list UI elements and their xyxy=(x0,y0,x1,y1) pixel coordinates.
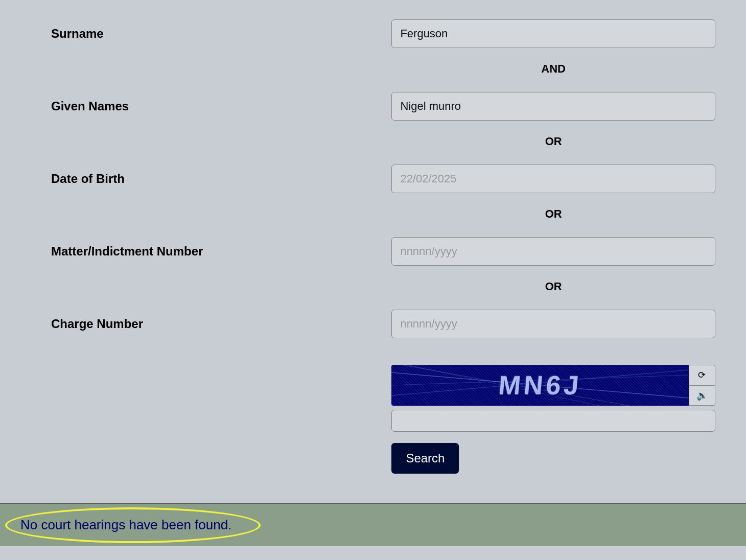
or-operator-3: OR xyxy=(391,275,715,300)
search-button[interactable]: Search xyxy=(391,443,459,474)
matter-number-row: Matter/Indictment Number xyxy=(41,228,715,275)
given-names-field-col xyxy=(391,92,715,121)
or-operator-1: OR xyxy=(391,130,715,155)
matter-number-label: Matter/Indictment Number xyxy=(41,237,391,259)
captcha-row: MN6J ⟳ 🔉 Search xyxy=(41,347,715,483)
captcha-col: MN6J ⟳ 🔉 Search xyxy=(391,357,715,474)
no-results-message: No court hearings have been found. xyxy=(15,515,237,535)
or-operator-2-row: OR xyxy=(41,202,715,228)
results-section: No court hearings have been found. xyxy=(0,504,746,546)
audio-icon: 🔉 xyxy=(696,390,708,401)
charge-number-input[interactable] xyxy=(391,310,715,338)
captcha-input[interactable] xyxy=(391,410,715,432)
captcha-audio-button[interactable]: 🔉 xyxy=(689,385,715,406)
captcha-display-text: MN6J xyxy=(497,370,583,401)
surname-input[interactable] xyxy=(391,19,715,48)
surname-field-col xyxy=(391,19,715,48)
surname-row: Surname xyxy=(41,10,715,57)
matter-number-field-col xyxy=(391,237,715,266)
given-names-label: Given Names xyxy=(41,92,391,113)
charge-number-field-col xyxy=(391,310,715,338)
search-btn-row: Search xyxy=(391,443,715,474)
dob-row: Date of Birth xyxy=(41,155,715,202)
results-inner: No court hearings have been found. xyxy=(15,515,715,535)
charge-number-row: Charge Number xyxy=(41,300,715,347)
dob-field-col xyxy=(391,165,715,193)
captcha-wrapper: MN6J ⟳ 🔉 xyxy=(391,365,715,406)
dob-input[interactable] xyxy=(391,165,715,193)
charge-number-label: Charge Number xyxy=(41,310,391,331)
captcha-section: MN6J ⟳ 🔉 xyxy=(391,365,715,432)
matter-number-input[interactable] xyxy=(391,237,715,266)
captcha-image: MN6J xyxy=(391,365,689,406)
and-operator: AND xyxy=(391,57,715,83)
given-names-row: Given Names xyxy=(41,83,715,130)
or-operator-2: OR xyxy=(391,202,715,228)
or-operator-1-row: OR xyxy=(41,130,715,155)
surname-label: Surname xyxy=(41,19,391,41)
dob-label: Date of Birth xyxy=(41,165,391,186)
or-operator-3-row: OR xyxy=(41,275,715,300)
captcha-refresh-button[interactable]: ⟳ xyxy=(689,365,715,385)
captcha-buttons: ⟳ 🔉 xyxy=(689,365,715,406)
and-operator-row: AND xyxy=(41,57,715,83)
refresh-icon: ⟳ xyxy=(698,369,706,381)
given-names-input[interactable] xyxy=(391,92,715,121)
